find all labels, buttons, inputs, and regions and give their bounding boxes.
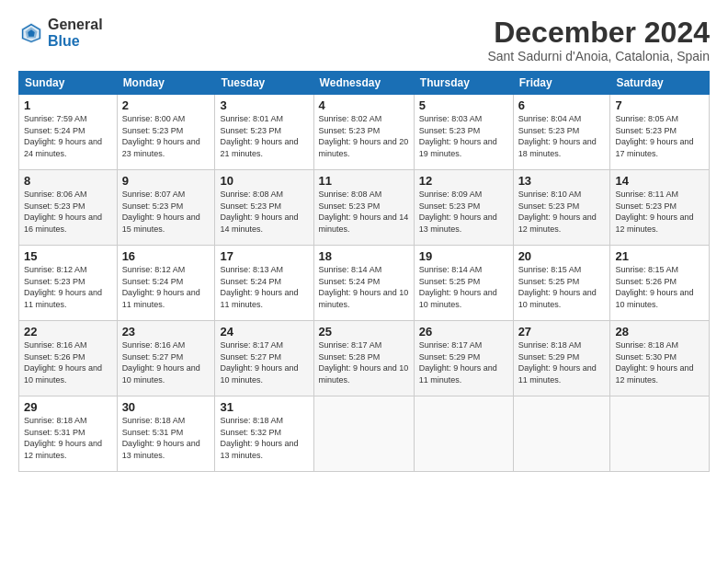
calendar-cell: 25Sunrise: 8:17 AMSunset: 5:28 PMDayligh…: [313, 321, 414, 396]
calendar-week-row: 22Sunrise: 8:16 AMSunset: 5:26 PMDayligh…: [19, 321, 710, 396]
logo: General Blue: [18, 17, 103, 49]
day-info: Sunrise: 8:08 AMSunset: 5:23 PMDaylight:…: [220, 189, 308, 235]
calendar-week-row: 15Sunrise: 8:12 AMSunset: 5:23 PMDayligh…: [19, 246, 710, 321]
day-info: Sunrise: 8:18 AMSunset: 5:31 PMDaylight:…: [24, 415, 112, 461]
day-info: Sunrise: 8:17 AMSunset: 5:27 PMDaylight:…: [220, 339, 308, 385]
calendar-cell: 27Sunrise: 8:18 AMSunset: 5:29 PMDayligh…: [513, 321, 610, 396]
day-info: Sunrise: 8:11 AMSunset: 5:23 PMDaylight:…: [615, 189, 704, 235]
day-number: 21: [615, 249, 704, 263]
day-number: 29: [24, 400, 112, 414]
day-header-saturday: Saturday: [610, 72, 710, 95]
calendar-cell: [414, 396, 513, 472]
day-info: Sunrise: 8:03 AMSunset: 5:23 PMDaylight:…: [419, 113, 508, 159]
day-info: Sunrise: 8:07 AMSunset: 5:23 PMDaylight:…: [122, 189, 210, 235]
calendar-cell: 3Sunrise: 8:01 AMSunset: 5:23 PMDaylight…: [215, 95, 313, 170]
calendar-cell: 5Sunrise: 8:03 AMSunset: 5:23 PMDaylight…: [414, 95, 513, 170]
calendar-cell: 24Sunrise: 8:17 AMSunset: 5:27 PMDayligh…: [215, 321, 313, 396]
day-info: Sunrise: 8:15 AMSunset: 5:26 PMDaylight:…: [615, 264, 704, 310]
calendar-cell: 19Sunrise: 8:14 AMSunset: 5:25 PMDayligh…: [414, 246, 513, 321]
day-number: 25: [319, 325, 409, 339]
day-header-wednesday: Wednesday: [313, 72, 414, 95]
calendar-cell: 30Sunrise: 8:18 AMSunset: 5:31 PMDayligh…: [117, 396, 215, 472]
day-info: Sunrise: 7:59 AMSunset: 5:24 PMDaylight:…: [24, 113, 112, 159]
calendar-cell: 15Sunrise: 8:12 AMSunset: 5:23 PMDayligh…: [19, 246, 118, 321]
day-info: Sunrise: 8:17 AMSunset: 5:29 PMDaylight:…: [419, 339, 508, 385]
day-info: Sunrise: 8:04 AMSunset: 5:23 PMDaylight:…: [518, 113, 606, 159]
calendar-cell: 6Sunrise: 8:04 AMSunset: 5:23 PMDaylight…: [513, 95, 610, 170]
calendar-cell: 14Sunrise: 8:11 AMSunset: 5:23 PMDayligh…: [610, 170, 710, 246]
calendar-cell: 22Sunrise: 8:16 AMSunset: 5:26 PMDayligh…: [19, 321, 118, 396]
day-number: 1: [24, 98, 112, 112]
day-header-friday: Friday: [513, 72, 610, 95]
day-number: 4: [319, 98, 409, 112]
day-header-sunday: Sunday: [19, 72, 118, 95]
day-info: Sunrise: 8:18 AMSunset: 5:29 PMDaylight:…: [518, 339, 606, 385]
calendar-cell: 12Sunrise: 8:09 AMSunset: 5:23 PMDayligh…: [414, 170, 513, 246]
day-number: 14: [615, 174, 704, 188]
logo-icon: [18, 20, 44, 46]
day-number: 19: [419, 249, 508, 263]
calendar-week-row: 8Sunrise: 8:06 AMSunset: 5:23 PMDaylight…: [19, 170, 710, 246]
day-info: Sunrise: 8:05 AMSunset: 5:23 PMDaylight:…: [615, 113, 704, 159]
day-number: 18: [319, 249, 409, 263]
day-header-thursday: Thursday: [414, 72, 513, 95]
day-number: 12: [419, 174, 508, 188]
calendar-table: SundayMondayTuesdayWednesdayThursdayFrid…: [18, 71, 710, 472]
calendar-cell: 31Sunrise: 8:18 AMSunset: 5:32 PMDayligh…: [215, 396, 313, 472]
calendar-cell: 1Sunrise: 7:59 AMSunset: 5:24 PMDaylight…: [19, 95, 118, 170]
day-header-tuesday: Tuesday: [215, 72, 313, 95]
calendar-cell: 4Sunrise: 8:02 AMSunset: 5:23 PMDaylight…: [313, 95, 414, 170]
day-number: 13: [518, 174, 606, 188]
day-info: Sunrise: 8:12 AMSunset: 5:23 PMDaylight:…: [24, 264, 112, 310]
day-info: Sunrise: 8:18 AMSunset: 5:30 PMDaylight:…: [615, 339, 704, 385]
page: General Blue December 2024 Sant Sadurni …: [0, 0, 728, 563]
day-number: 28: [615, 325, 704, 339]
day-number: 9: [122, 174, 210, 188]
day-info: Sunrise: 8:08 AMSunset: 5:23 PMDaylight:…: [319, 189, 409, 235]
day-number: 27: [518, 325, 606, 339]
day-info: Sunrise: 8:13 AMSunset: 5:24 PMDaylight:…: [220, 264, 308, 310]
day-info: Sunrise: 8:18 AMSunset: 5:32 PMDaylight:…: [220, 415, 308, 461]
day-info: Sunrise: 8:02 AMSunset: 5:23 PMDaylight:…: [319, 113, 409, 159]
calendar-cell: 26Sunrise: 8:17 AMSunset: 5:29 PMDayligh…: [414, 321, 513, 396]
day-number: 3: [220, 98, 308, 112]
calendar-cell: 17Sunrise: 8:13 AMSunset: 5:24 PMDayligh…: [215, 246, 313, 321]
calendar-cell: 28Sunrise: 8:18 AMSunset: 5:30 PMDayligh…: [610, 321, 710, 396]
calendar-cell: 23Sunrise: 8:16 AMSunset: 5:27 PMDayligh…: [117, 321, 215, 396]
day-number: 11: [319, 174, 409, 188]
calendar-cell: 8Sunrise: 8:06 AMSunset: 5:23 PMDaylight…: [19, 170, 118, 246]
day-number: 31: [220, 400, 308, 414]
day-number: 30: [122, 400, 210, 414]
day-info: Sunrise: 8:06 AMSunset: 5:23 PMDaylight:…: [24, 189, 112, 235]
day-number: 10: [220, 174, 308, 188]
calendar-cell: 16Sunrise: 8:12 AMSunset: 5:24 PMDayligh…: [117, 246, 215, 321]
calendar-cell: 20Sunrise: 8:15 AMSunset: 5:25 PMDayligh…: [513, 246, 610, 321]
header: General Blue December 2024 Sant Sadurni …: [18, 17, 710, 63]
day-info: Sunrise: 8:12 AMSunset: 5:24 PMDaylight:…: [122, 264, 210, 310]
day-number: 7: [615, 98, 704, 112]
calendar-cell: [513, 396, 610, 472]
day-number: 5: [419, 98, 508, 112]
day-number: 2: [122, 98, 210, 112]
location-subtitle: Sant Sadurni d'Anoia, Catalonia, Spain: [487, 49, 710, 63]
day-info: Sunrise: 8:01 AMSunset: 5:23 PMDaylight:…: [220, 113, 308, 159]
calendar-cell: 13Sunrise: 8:10 AMSunset: 5:23 PMDayligh…: [513, 170, 610, 246]
calendar-cell: [313, 396, 414, 472]
day-number: 20: [518, 249, 606, 263]
calendar-header-row: SundayMondayTuesdayWednesdayThursdayFrid…: [19, 72, 710, 95]
calendar-cell: 21Sunrise: 8:15 AMSunset: 5:26 PMDayligh…: [610, 246, 710, 321]
day-info: Sunrise: 8:10 AMSunset: 5:23 PMDaylight:…: [518, 189, 606, 235]
calendar-cell: 7Sunrise: 8:05 AMSunset: 5:23 PMDaylight…: [610, 95, 710, 170]
logo-text: General Blue: [48, 17, 103, 49]
title-area: December 2024 Sant Sadurni d'Anoia, Cata…: [487, 17, 710, 63]
day-info: Sunrise: 8:16 AMSunset: 5:27 PMDaylight:…: [122, 339, 210, 385]
day-number: 8: [24, 174, 112, 188]
calendar-cell: 9Sunrise: 8:07 AMSunset: 5:23 PMDaylight…: [117, 170, 215, 246]
day-number: 16: [122, 249, 210, 263]
calendar-week-row: 29Sunrise: 8:18 AMSunset: 5:31 PMDayligh…: [19, 396, 710, 472]
day-info: Sunrise: 8:17 AMSunset: 5:28 PMDaylight:…: [319, 339, 409, 385]
calendar-cell: [610, 396, 710, 472]
day-number: 26: [419, 325, 508, 339]
day-info: Sunrise: 8:14 AMSunset: 5:24 PMDaylight:…: [319, 264, 409, 310]
day-info: Sunrise: 8:18 AMSunset: 5:31 PMDaylight:…: [122, 415, 210, 461]
